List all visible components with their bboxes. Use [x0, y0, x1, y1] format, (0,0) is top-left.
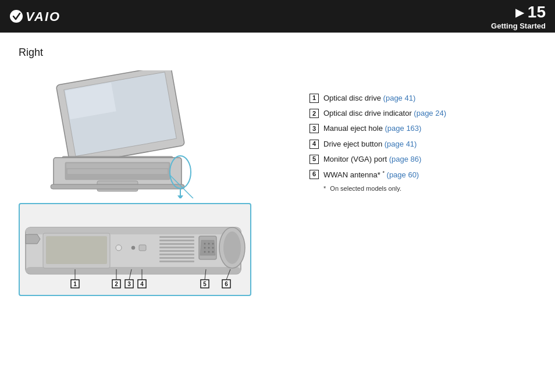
laptop-illustration [30, 70, 216, 198]
svg-point-23 [116, 245, 122, 251]
svg-text:6: 6 [225, 281, 228, 287]
svg-marker-15 [177, 195, 183, 198]
footnote-marker: * [323, 185, 326, 192]
label-item-2: 2 Optical disc drive indicator (page 24) [309, 108, 536, 119]
svg-rect-28 [159, 243, 194, 245]
logo-area: VAIO [9, 6, 73, 27]
svg-text:5: 5 [203, 281, 207, 287]
label-number-3: 3 [309, 124, 319, 133]
label-number-6: 6 [309, 170, 319, 179]
svg-text:1: 1 [73, 281, 77, 287]
header-right: ▶ 15 Getting Started [491, 3, 546, 30]
label-number-5: 5 [309, 155, 319, 164]
vaio-logo: VAIO [9, 6, 73, 27]
svg-rect-8 [66, 163, 169, 168]
label-text-6: WWAN antenna* * (page 60) [323, 169, 419, 181]
svg-point-37 [208, 243, 210, 245]
footnote: * On selected models only. [309, 185, 536, 192]
ports-svg: 1 2 3 4 5 6 [20, 204, 251, 296]
label-link-4[interactable]: (page 41) [385, 140, 417, 148]
label-text-5: Monitor (VGA) port (page 86) [323, 154, 421, 165]
footnote-text: On selected models only. [330, 185, 401, 192]
label-link-5[interactable]: (page 86) [389, 155, 422, 163]
svg-point-39 [204, 247, 206, 249]
label-item-1: 1 Optical disc drive (page 41) [309, 93, 536, 104]
svg-point-44 [212, 251, 214, 253]
label-link-1[interactable]: (page 41) [383, 94, 416, 102]
label-text-3: Manual eject hole (page 163) [323, 123, 421, 134]
svg-text:3: 3 [127, 281, 131, 287]
main-content: Right [0, 33, 555, 392]
svg-point-46 [223, 231, 241, 264]
arrow-icon: ▶ [515, 5, 524, 19]
svg-rect-26 [159, 236, 194, 238]
svg-rect-9 [67, 169, 168, 174]
label-link-6[interactable]: (page 60) [387, 170, 419, 179]
svg-point-42 [204, 251, 206, 253]
svg-text:VAIO: VAIO [26, 9, 61, 24]
svg-point-43 [208, 251, 210, 253]
svg-rect-30 [159, 250, 194, 252]
svg-rect-11 [51, 184, 184, 189]
label-text-4: Drive eject button (page 41) [323, 139, 417, 149]
closeup-diagram: 1 2 3 4 5 6 [19, 203, 251, 296]
svg-point-36 [204, 243, 206, 245]
svg-rect-33 [159, 261, 194, 262]
svg-point-41 [212, 247, 214, 249]
svg-rect-25 [139, 245, 146, 251]
label-link-3[interactable]: (page 163) [385, 124, 422, 133]
page-number: 15 [528, 3, 546, 22]
label-number-1: 1 [309, 94, 319, 103]
svg-point-0 [10, 10, 23, 23]
svg-rect-32 [159, 257, 194, 259]
label-number-2: 2 [309, 109, 319, 118]
svg-point-40 [208, 247, 210, 249]
svg-rect-27 [159, 240, 194, 241]
svg-rect-29 [159, 247, 194, 248]
svg-point-38 [212, 243, 214, 245]
svg-text:4: 4 [140, 281, 144, 287]
svg-point-24 [131, 246, 135, 250]
label-text-2: Optical disc drive indicator (page 24) [323, 108, 446, 119]
label-item-3: 3 Manual eject hole (page 163) [309, 123, 536, 134]
label-number-4: 4 [309, 140, 319, 149]
section-title: Getting Started [491, 22, 546, 30]
diagram-section: Right [19, 47, 286, 378]
label-item-5: 5 Monitor (VGA) port (page 86) [309, 154, 536, 165]
section-heading: Right [19, 47, 286, 59]
svg-rect-31 [159, 254, 194, 255]
label-link-2[interactable]: (page 24) [414, 109, 446, 117]
label-item-4: 4 Drive eject button (page 41) [309, 139, 536, 149]
labels-section: 1 Optical disc drive (page 41) 2 Optical… [286, 47, 536, 378]
svg-text:2: 2 [115, 281, 118, 287]
label-item-6: 6 WWAN antenna* * (page 60) [309, 169, 536, 181]
svg-rect-22 [46, 236, 107, 264]
label-text-1: Optical disc drive (page 41) [323, 93, 415, 104]
header: VAIO ▶ 15 Getting Started [0, 0, 555, 33]
laptop-svg [30, 70, 216, 198]
